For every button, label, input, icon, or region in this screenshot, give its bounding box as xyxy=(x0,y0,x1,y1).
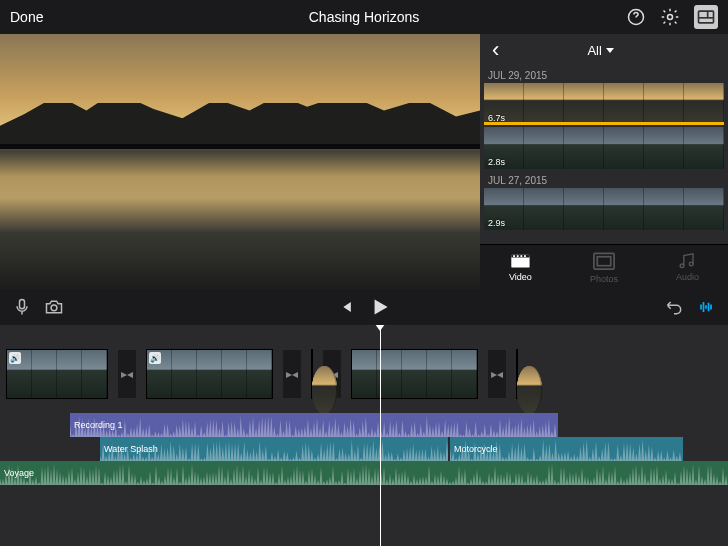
svg-rect-7 xyxy=(513,255,515,257)
svg-point-14 xyxy=(689,262,693,266)
transition-icon[interactable]: ▸◂ xyxy=(118,350,136,398)
rewind-to-start-icon[interactable] xyxy=(335,297,355,317)
video-preview[interactable] xyxy=(0,34,480,289)
library-filter-label: All xyxy=(587,43,601,58)
video-clip[interactable] xyxy=(516,349,518,399)
library-clip[interactable]: 2.9s xyxy=(484,188,724,230)
audio-clip-label: Recording 1 xyxy=(74,420,123,430)
library-tab-video[interactable]: Video xyxy=(509,252,532,282)
svg-rect-10 xyxy=(524,255,526,257)
transition-icon[interactable]: ▸◂ xyxy=(283,350,301,398)
transition-icon[interactable]: ▸◂ xyxy=(488,350,506,398)
library-tab-label: Photos xyxy=(590,274,618,284)
audio-clip[interactable]: Voyage xyxy=(0,461,728,485)
speaker-icon: 🔊 xyxy=(9,352,21,364)
help-icon[interactable] xyxy=(626,7,646,27)
playhead[interactable] xyxy=(380,325,381,546)
audio-clip-label: Motorcycle xyxy=(454,444,498,454)
audio-clip[interactable]: Recording 1 xyxy=(70,413,558,437)
media-library: ‹ All JUL 29, 20156.7s2.8sJUL 27, 20152.… xyxy=(480,34,728,289)
svg-point-1 xyxy=(668,15,673,20)
video-clip[interactable] xyxy=(351,349,478,399)
chevron-down-icon xyxy=(606,48,614,53)
audio-clip-label: Water Splash xyxy=(104,444,158,454)
svg-rect-12 xyxy=(597,257,610,266)
layout-icon[interactable] xyxy=(694,5,718,29)
library-tab-photos[interactable]: Photos xyxy=(590,250,618,284)
library-tab-label: Video xyxy=(509,272,532,282)
project-title: Chasing Horizons xyxy=(0,9,728,25)
video-clip[interactable] xyxy=(311,349,313,399)
svg-rect-15 xyxy=(20,300,25,309)
waveform-icon[interactable] xyxy=(696,297,716,317)
clip-duration: 2.8s xyxy=(488,157,505,167)
library-tab-label: Audio xyxy=(676,272,699,282)
microphone-icon[interactable] xyxy=(12,297,32,317)
back-button[interactable]: ‹ xyxy=(492,37,499,63)
video-clip[interactable]: 🔊 xyxy=(146,349,273,399)
library-clip[interactable]: 6.7s xyxy=(484,83,724,125)
timeline[interactable]: 🔊▸◂🔊▸◂▸◂▸◂ Recording 1Water SplashMotorc… xyxy=(0,325,728,546)
library-date-header: JUL 29, 2015 xyxy=(480,66,728,83)
svg-rect-8 xyxy=(517,255,519,257)
play-icon[interactable] xyxy=(367,294,393,320)
svg-point-13 xyxy=(680,264,684,268)
undo-icon[interactable] xyxy=(664,297,684,317)
clip-duration: 6.7s xyxy=(488,113,505,123)
library-filter[interactable]: All xyxy=(587,43,613,58)
audio-clip-label: Voyage xyxy=(4,468,34,478)
speaker-icon: 🔊 xyxy=(149,352,161,364)
done-button[interactable]: Done xyxy=(10,9,43,25)
library-tab-audio[interactable]: Audio xyxy=(676,252,699,282)
gear-icon[interactable] xyxy=(660,7,680,27)
camera-icon[interactable] xyxy=(44,297,64,317)
library-clip[interactable]: 2.8s xyxy=(484,127,724,169)
audio-clip[interactable]: Motorcycle xyxy=(450,437,683,461)
svg-point-16 xyxy=(51,305,57,311)
audio-clip[interactable]: Water Splash xyxy=(100,437,448,461)
video-clip[interactable]: 🔊 xyxy=(6,349,108,399)
library-date-header: JUL 27, 2015 xyxy=(480,171,728,188)
clip-duration: 2.9s xyxy=(488,218,505,228)
svg-rect-9 xyxy=(520,255,522,257)
